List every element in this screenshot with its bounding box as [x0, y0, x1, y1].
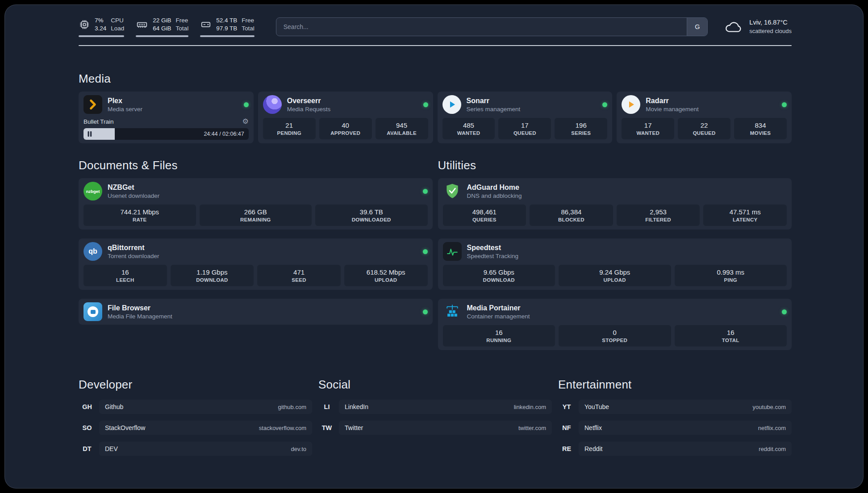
cpu-load: 3.24: [95, 25, 106, 33]
bookmark-abbr: TW: [318, 424, 335, 431]
app-title: NZBGet: [108, 184, 159, 192]
stat-tile: 0.993 msPING: [675, 265, 787, 286]
cpu-usage: 7%: [95, 17, 106, 25]
section-title-entertainment: Entertainment: [558, 378, 792, 392]
bookmark-row: LI LinkedIn linkedin.com: [318, 400, 552, 414]
bookmark-link-youtube[interactable]: YouTube youtube.com: [579, 400, 792, 414]
plex-icon: [83, 95, 102, 114]
qbittorrent-icon: qb: [83, 242, 102, 261]
stat-tile: 266 GBREMAINING: [200, 205, 312, 226]
memory-widget: 22 GiB 64 GiB Free Total: [136, 17, 188, 37]
bookmark-link-stackoverflow[interactable]: StackOverflow stackoverflow.com: [99, 421, 312, 435]
bookmark-link-linkedin[interactable]: LinkedIn linkedin.com: [339, 400, 552, 414]
bookmark-abbr: LI: [318, 403, 335, 410]
section-utilities: Utilities AdGuard Home DNS and a: [438, 159, 792, 350]
app-desc: Container management: [467, 313, 530, 320]
stat-tile: 618.52 MbpsUPLOAD: [344, 265, 428, 286]
status-dot-online: [782, 309, 787, 314]
section-documents: Documents & Files nzbget NZBGet Usenet d…: [79, 159, 433, 325]
app-card-plex[interactable]: Plex Media server Bullet Train ⚙ 24:44 /…: [79, 92, 254, 143]
app-card-portainer[interactable]: Media Portainer Container management 16R…: [438, 299, 792, 350]
bookmark-abbr: GH: [79, 403, 96, 410]
stat-tile: 1.19 GbpsDOWNLOAD: [171, 265, 254, 286]
gear-icon[interactable]: ⚙: [242, 118, 248, 125]
app-desc: Media server: [108, 106, 142, 113]
bookmark-link-dev[interactable]: DEV dev.to: [99, 442, 312, 456]
app-card-file-browser[interactable]: File Browser Media File Management: [79, 299, 433, 325]
memory-meter: [136, 35, 188, 37]
bookmark-link-twitter[interactable]: Twitter twitter.com: [339, 421, 552, 435]
player-progress-bar[interactable]: 24:44 / 02:06:47: [83, 128, 249, 140]
status-dot-online: [423, 189, 428, 194]
speedtest-icon: [443, 242, 462, 261]
bookmark-link-netflix[interactable]: Netflix netflix.com: [579, 421, 792, 435]
nzbget-icon: nzbget: [83, 182, 102, 201]
bookmark-row: GH Github github.com: [79, 400, 312, 414]
search-input[interactable]: [276, 18, 687, 36]
stat-tile: 39.6 TBDOWNLOADED: [315, 205, 428, 226]
status-dot-online: [423, 309, 428, 314]
app-desc: Media File Management: [108, 313, 172, 320]
disk-label-total: Total: [242, 25, 255, 33]
app-card-speedtest[interactable]: Speedtest Speedtest Tracking 9.65 GbpsDO…: [438, 238, 792, 290]
cpu-meter: [79, 35, 124, 37]
app-card-sonarr[interactable]: Sonarr Series management 485WANTED 17QUE…: [438, 92, 613, 143]
disk-meter: [200, 35, 255, 37]
stat-tile: 40APPROVED: [319, 118, 372, 139]
disk-icon: [200, 19, 212, 30]
stat-tile: 21PENDING: [263, 118, 316, 139]
app-title: Speedtest: [467, 244, 519, 252]
stat-tile: 17QUEUED: [498, 118, 551, 139]
status-dot-online: [602, 102, 607, 107]
bookmark-abbr: DT: [79, 445, 96, 452]
app-title: Plex: [108, 97, 142, 105]
app-card-nzbget[interactable]: nzbget NZBGet Usenet downloader 744.21 M…: [79, 178, 433, 230]
app-desc: Movie management: [646, 106, 699, 113]
app-card-overseerr[interactable]: Overseerr Media Requests 21PENDING 40APP…: [258, 92, 433, 143]
stat-tile: 196SERIES: [555, 118, 607, 139]
weather-condition: scattered clouds: [749, 27, 792, 35]
pause-icon[interactable]: [88, 131, 92, 137]
app-title: qBittorrent: [108, 244, 159, 252]
app-title: Overseerr: [287, 97, 331, 105]
now-playing-title: Bullet Train: [83, 118, 114, 125]
cpu-icon: [79, 19, 90, 30]
app-card-qbittorrent[interactable]: qb qBittorrent Torrent downloader 16LEEC…: [79, 238, 433, 290]
bookmark-row: DT DEV dev.to: [79, 442, 312, 456]
section-title-media: Media: [79, 72, 792, 86]
app-card-radarr[interactable]: Radarr Movie management 17WANTED 22QUEUE…: [617, 92, 792, 143]
stat-tile: 86,384BLOCKED: [530, 205, 613, 226]
app-desc: Media Requests: [287, 106, 331, 113]
app-card-adguard-home[interactable]: AdGuard Home DNS and adblocking 498,461Q…: [438, 178, 792, 230]
stat-tile: 47.571 msLATENCY: [703, 205, 787, 226]
stat-tile: 485WANTED: [442, 118, 495, 139]
bookmark-row: NF Netflix netflix.com: [558, 421, 792, 435]
stat-tile: 16TOTAL: [675, 325, 787, 347]
cpu-widget: 7% 3.24 CPU Load: [79, 17, 124, 37]
app-title: AdGuard Home: [467, 184, 522, 192]
bookmark-row: TW Twitter twitter.com: [318, 421, 552, 435]
stat-tile: 16LEECH: [83, 265, 167, 286]
portainer-icon: [443, 302, 462, 321]
weather-widget: Lviv, 16.87°C scattered clouds: [724, 18, 792, 35]
memory-free: 22 GiB: [153, 17, 171, 25]
stat-tile: 471SEED: [257, 265, 341, 286]
stat-tile: 22QUEUED: [678, 118, 730, 139]
section-title-documents: Documents & Files: [79, 159, 433, 172]
stat-tile: 9.24 GbpsUPLOAD: [559, 265, 671, 286]
bookmark-link-reddit[interactable]: Reddit reddit.com: [579, 442, 792, 456]
playback-time: 24:44 / 02:06:47: [204, 131, 244, 137]
app-title: Sonarr: [467, 97, 521, 105]
stat-tile: 498,461QUERIES: [443, 205, 526, 226]
cpu-label-2: Load: [111, 25, 124, 33]
bookmark-row: SO StackOverflow stackoverflow.com: [79, 421, 312, 435]
bookmark-row: RE Reddit reddit.com: [558, 442, 792, 456]
stat-tile: 17WANTED: [622, 118, 674, 139]
bookmark-link-github[interactable]: Github github.com: [99, 400, 312, 414]
status-dot-online: [244, 102, 249, 107]
disk-widget: 52.4 TB 97.9 TB Free Total: [200, 17, 255, 37]
bookmarks-entertainment: Entertainment YT YouTube youtube.com NF …: [558, 378, 792, 456]
topbar-divider: [79, 45, 792, 46]
search-provider-button[interactable]: G: [687, 18, 707, 36]
file-browser-icon: [83, 302, 102, 321]
